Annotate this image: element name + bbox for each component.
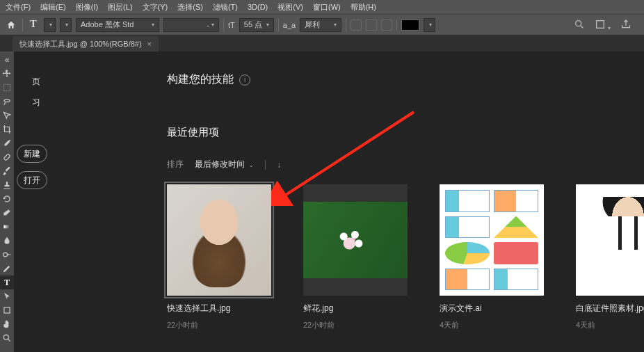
hand-tool-icon[interactable]	[0, 317, 14, 331]
eraser-tool-icon[interactable]	[0, 206, 14, 220]
type-tool-icon[interactable]: T	[27, 19, 40, 31]
workspace-controls: ▾	[574, 19, 640, 31]
shape-tool-icon[interactable]	[0, 303, 14, 317]
warp-text-button[interactable]: ▾	[424, 18, 435, 32]
sort-dropdown[interactable]: 最后修改时间 ⌄	[195, 159, 254, 170]
stamp-tool-icon[interactable]	[0, 178, 14, 192]
menu-view[interactable]: 视图(V)	[277, 2, 303, 13]
nav-learn[interactable]: 习	[14, 93, 47, 111]
home-nav: 页 习 新建 打开	[14, 72, 47, 189]
zoom-tool-icon[interactable]	[0, 331, 14, 345]
open-button[interactable]: 打开	[17, 171, 47, 189]
brush-tool-icon[interactable]	[0, 164, 14, 178]
share-icon[interactable]	[620, 19, 631, 31]
recent-file-card[interactable]: 快速选择工具.jpg 22小时前	[167, 184, 271, 330]
file-time: 22小时前	[167, 320, 271, 330]
thumbnail	[576, 184, 644, 296]
history-brush-tool-icon[interactable]	[0, 192, 14, 206]
menu-filter[interactable]: 滤镜(T)	[213, 2, 238, 13]
menu-select[interactable]: 选择(S)	[177, 2, 203, 13]
pen-tool-icon[interactable]	[0, 262, 14, 275]
file-name: 白底证件照素材.jpg	[576, 303, 644, 314]
sort-label: 排序	[167, 159, 184, 170]
font-size-dropdown[interactable]: 55 点▾	[239, 18, 274, 32]
menu-text[interactable]: 文字(Y)	[143, 2, 168, 13]
document-tab-title: 快速选择工具.jpg @ 100%(RGB/8#)	[19, 39, 142, 49]
tool-preset-dropdown[interactable]: ▾	[44, 18, 56, 32]
align-right-icon[interactable]	[381, 19, 392, 31]
path-select-tool-icon[interactable]	[0, 289, 14, 303]
search-icon[interactable]	[574, 19, 585, 31]
headline-row: 构建您的技能 i	[167, 72, 644, 87]
align-left-icon[interactable]	[351, 19, 362, 31]
orientation-dropdown[interactable]: ▾	[60, 18, 72, 32]
menu-3d[interactable]: 3D(D)	[248, 3, 268, 11]
text-color-swatch[interactable]	[401, 19, 419, 31]
file-time: 4天前	[440, 320, 544, 330]
divider	[278, 19, 279, 31]
menu-image[interactable]: 图像(I)	[76, 2, 98, 13]
aa-icon: a_a	[283, 21, 296, 29]
svg-rect-1	[597, 20, 604, 28]
headline: 构建您的技能	[167, 72, 234, 87]
svg-rect-6	[4, 307, 10, 313]
menu-window[interactable]: 窗口(W)	[313, 2, 341, 13]
divider	[265, 160, 266, 170]
divider	[346, 19, 346, 31]
menu-file[interactable]: 文件(F)	[6, 2, 31, 13]
dodge-tool-icon[interactable]	[0, 248, 14, 262]
document-tab-bar: 快速选择工具.jpg @ 100%(RGB/8#) ×	[0, 35, 644, 51]
healing-tool-icon[interactable]	[0, 150, 14, 164]
menu-help[interactable]: 帮助(H)	[351, 2, 376, 13]
menu-layer[interactable]: 图层(L)	[108, 2, 132, 13]
file-time: 22小时前	[303, 320, 408, 330]
recent-file-card[interactable]: 鲜花.jpg 22小时前	[303, 184, 408, 330]
file-name: 鲜花.jpg	[303, 303, 408, 314]
home-icon[interactable]	[4, 18, 18, 32]
antialias-dropdown[interactable]: 犀利▾	[300, 18, 341, 32]
thumbnail	[303, 184, 408, 296]
arrange-icon[interactable]: ▾	[595, 19, 611, 31]
divider	[396, 19, 397, 31]
file-time: 4天前	[576, 320, 644, 330]
blur-tool-icon[interactable]	[0, 234, 14, 248]
tt-icon[interactable]: tT	[228, 21, 235, 29]
font-style-value: -	[207, 21, 209, 29]
type-tool-icon[interactable]: T	[0, 275, 14, 289]
nav-home[interactable]: 页	[14, 72, 47, 90]
divider	[22, 19, 23, 31]
font-style-dropdown[interactable]: -▾	[163, 18, 219, 32]
thumbnail	[440, 184, 544, 296]
tools-panel: « T	[0, 51, 14, 352]
document-tab[interactable]: 快速选择工具.jpg @ 100%(RGB/8#) ×	[13, 36, 159, 51]
svg-rect-4	[3, 225, 10, 229]
sort-direction-icon[interactable]: ↓	[277, 160, 281, 170]
font-family-dropdown[interactable]: Adobe 黑体 Std▾	[76, 18, 159, 32]
svg-rect-3	[3, 154, 10, 161]
menu-bar: 文件(F) 编辑(E) 图像(I) 图层(L) 文字(Y) 选择(S) 滤镜(T…	[0, 0, 644, 14]
recent-title: 最近使用项	[167, 126, 644, 139]
divider	[223, 19, 224, 31]
quick-select-tool-icon[interactable]	[0, 109, 14, 122]
collapse-icon[interactable]: «	[0, 53, 14, 67]
move-tool-icon[interactable]	[0, 67, 14, 81]
recent-file-card[interactable]: 白底证件照素材.jpg 4天前	[576, 184, 644, 330]
info-icon[interactable]: i	[239, 74, 250, 86]
align-center-icon[interactable]	[366, 19, 377, 31]
eyedropper-tool-icon[interactable]	[0, 136, 14, 150]
recent-section: 最近使用项 排序 最后修改时间 ⌄ ↓ 快速选择工具.jpg 22小时前 鲜花.…	[167, 126, 644, 330]
menu-edit[interactable]: 编辑(E)	[40, 2, 66, 13]
marquee-tool-icon[interactable]	[0, 81, 14, 95]
options-bar: T ▾ ▾ Adobe 黑体 Std▾ -▾ tT 55 点▾ a_a 犀利▾ …	[0, 14, 644, 35]
file-name: 快速选择工具.jpg	[167, 303, 271, 314]
recent-file-card[interactable]: 演示文件.ai 4天前	[440, 184, 544, 330]
new-button[interactable]: 新建	[17, 145, 47, 163]
close-icon[interactable]: ×	[147, 40, 152, 48]
workspace: « T 页 习 新建 打开 构建您的技能 i 最近使	[0, 51, 644, 352]
crop-tool-icon[interactable]	[0, 122, 14, 136]
recent-grid: 快速选择工具.jpg 22小时前 鲜花.jpg 22小时前	[167, 184, 644, 330]
lasso-tool-icon[interactable]	[0, 95, 14, 109]
svg-point-7	[3, 335, 8, 339]
font-family-value: Adobe 黑体 Std	[81, 19, 134, 30]
gradient-tool-icon[interactable]	[0, 220, 14, 234]
